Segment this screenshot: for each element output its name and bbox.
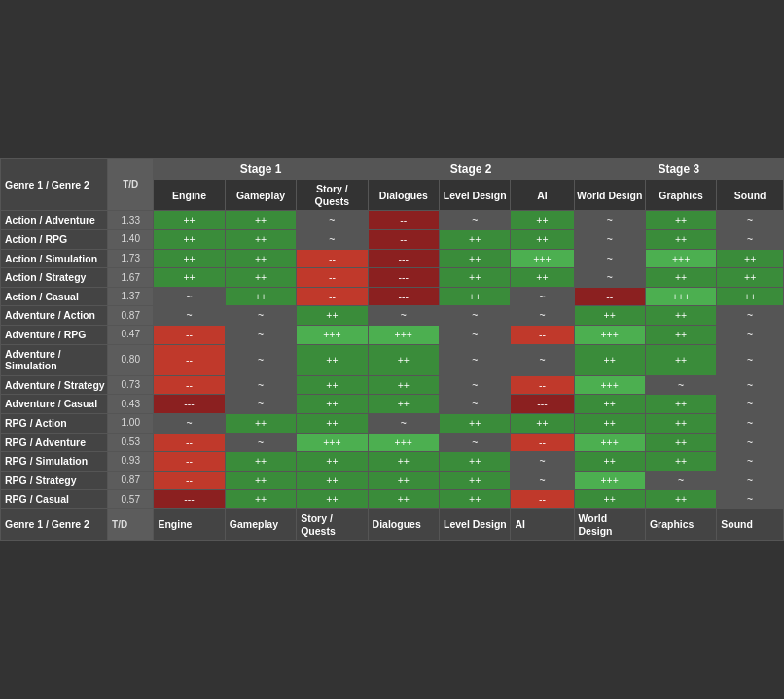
dialogues-cell: -- [368,230,439,250]
level-cell: ++ [440,287,511,306]
td-cell: 1.67 [108,268,154,288]
dialogues-cell: ++ [368,344,439,375]
gameplay-cell: ~ [225,344,296,375]
dialogues-cell: ++ [368,375,439,395]
td-header: T/D [108,158,154,211]
world-cell: ++ [574,344,645,375]
table-row: Adventure / Casual0.43---~++++~---++++~ [1,395,784,414]
td-cell: 0.43 [108,395,154,414]
genre-cell: Action / Adventure [1,211,108,230]
level-cell: ++ [440,413,511,433]
world-cell: ++ [574,306,645,326]
story-cell: ++ [297,471,368,490]
level-design-header: Level Design [440,180,511,211]
stage3-header: Stage 3 [574,158,784,179]
sound-cell: ~ [717,413,784,433]
footer-story: Story / Quests [297,508,368,540]
engine-cell: -- [154,344,225,375]
ai-cell: ++ [511,268,574,288]
graphics-cell: ++ [645,433,716,452]
genre-cell: Adventure / Strategy [1,375,108,395]
story-cell: ++ [297,375,368,395]
td-cell: 1.37 [108,287,154,306]
story-cell: ++ [297,452,368,472]
graphics-cell: ++ [645,344,716,375]
td-cell: 0.53 [108,433,154,452]
engine-cell: ++ [154,211,225,230]
td-cell: 0.47 [108,326,154,345]
story-cell: -- [297,249,368,268]
engine-cell: -- [154,452,225,472]
world-cell: +++ [574,471,645,490]
world-cell: -- [574,287,645,306]
story-cell: -- [297,287,368,306]
graphics-cell: ++ [645,490,716,509]
table-row: RPG / Strategy0.87--++++++++~+++~~ [1,471,784,490]
stage2-header: Stage 2 [368,158,574,179]
comparison-table: Genre 1 / Genre 2 T/D Stage 1 Stage 2 St… [0,158,784,541]
graphics-cell: ~ [645,471,716,490]
genre-cell: Adventure / Simulation [1,344,108,375]
story-cell: ++ [297,306,368,326]
sound-cell: ++ [717,287,784,306]
ai-cell: -- [511,490,574,509]
sound-cell: ~ [717,490,784,509]
story-cell: ~ [297,211,368,230]
graphics-cell: +++ [645,249,716,268]
story-cell: ++ [297,413,368,433]
sound-cell: ~ [717,211,784,230]
level-cell: ~ [440,344,511,375]
dialogues-cell: +++ [368,433,439,452]
dialogues-cell: +++ [368,326,439,345]
engine-cell: -- [154,375,225,395]
story-cell: ++ [297,490,368,509]
table-row: Action / Adventure1.33++++~--~++~++~ [1,211,784,230]
td-cell: 1.33 [108,211,154,230]
table-row: Adventure / RPG0.47--~++++++~--+++++~ [1,326,784,345]
graphics-cell: ++ [645,413,716,433]
ai-cell: --- [511,395,574,414]
world-cell: ++ [574,452,645,472]
gameplay-cell: ~ [225,306,296,326]
engine-cell: ++ [154,230,225,250]
gameplay-cell: ++ [225,287,296,306]
dialogues-cell: --- [368,268,439,288]
level-cell: ++ [440,268,511,288]
genre-cell: RPG / Simulation [1,452,108,472]
footer-genre-label: Genre 1 / Genre 2 [1,508,108,540]
level-cell: ~ [440,433,511,452]
genre-cell: Action / Casual [1,287,108,306]
dialogues-cell: --- [368,249,439,268]
genre-cell: RPG / Casual [1,490,108,509]
td-cell: 0.93 [108,452,154,472]
gameplay-cell: ++ [225,471,296,490]
engine-cell: ~ [154,287,225,306]
story-cell: ++ [297,395,368,414]
level-cell: ~ [440,375,511,395]
sound-cell: ~ [717,433,784,452]
graphics-cell: ++ [645,452,716,472]
engine-header: Engine [154,180,225,211]
graphics-cell: ++ [645,268,716,288]
story-header: Story / Quests [297,180,368,211]
graphics-header: Graphics [645,180,716,211]
td-cell: 0.87 [108,471,154,490]
ai-cell: ~ [511,287,574,306]
footer-dialogues: Dialogues [368,508,439,540]
graphics-cell: ++ [645,395,716,414]
sound-cell: ~ [717,452,784,472]
sound-cell: ~ [717,471,784,490]
level-cell: ~ [440,395,511,414]
gameplay-header: Gameplay [225,180,296,211]
dialogues-cell: ~ [368,413,439,433]
td-cell: 0.73 [108,375,154,395]
table-row: RPG / Adventure0.53--~++++++~--+++++~ [1,433,784,452]
world-cell: ~ [574,211,645,230]
ai-cell: ++ [511,211,574,230]
dialogues-cell: --- [368,287,439,306]
dialogues-cell: ~ [368,306,439,326]
dialogues-cell: ++ [368,471,439,490]
table-row: Action / Casual1.37~++-----++~--+++++ [1,287,784,306]
footer-world: World Design [574,508,645,540]
footer-row: Genre 1 / Genre 2 T/D Engine Gameplay St… [1,508,784,540]
